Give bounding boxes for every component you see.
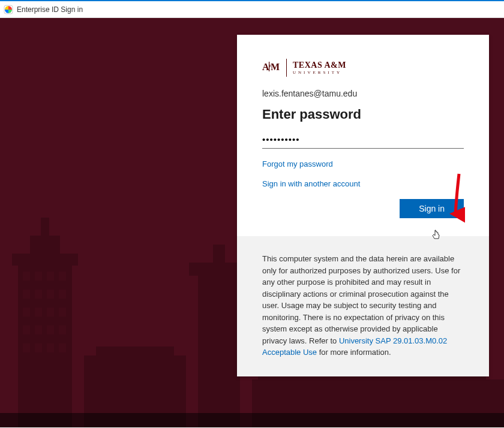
svg-rect-24: [47, 308, 54, 317]
svg-rect-23: [35, 308, 42, 317]
signin-button[interactable]: Sign in: [400, 199, 464, 218]
svg-rect-32: [47, 343, 54, 352]
svg-rect-19: [35, 290, 42, 299]
svg-rect-6: [96, 346, 174, 358]
svg-text:M: M: [271, 62, 280, 72]
forgot-password-link[interactable]: Forgot my password: [262, 159, 464, 168]
svg-rect-31: [35, 343, 42, 352]
logo-mark: A M T: [262, 60, 280, 76]
title-bar: Enterprise ID Sign in: [0, 1, 504, 18]
logo-text-main: TEXAS A&M: [293, 61, 346, 70]
svg-rect-26: [23, 325, 30, 334]
svg-rect-7: [198, 272, 240, 427]
svg-rect-30: [23, 343, 30, 352]
svg-rect-21: [59, 290, 66, 299]
svg-rect-33: [59, 343, 66, 352]
svg-rect-28: [47, 325, 54, 334]
logo-text: TEXAS A&M UNIVERSITY: [293, 61, 346, 75]
disclaimer-after: for more information.: [317, 348, 391, 357]
other-account-link[interactable]: Sign in with another account: [262, 179, 464, 188]
svg-rect-22: [23, 308, 30, 317]
disclaimer-before: This computer system and the data herein…: [262, 254, 460, 345]
svg-rect-9: [213, 245, 225, 266]
card-footer: This computer system and the data herein…: [237, 236, 489, 376]
window-title: Enterprise ID Sign in: [17, 5, 83, 14]
background: A M T TEXAS A&M UNIVERSITY lexis.fentane…: [0, 18, 504, 427]
svg-rect-25: [59, 308, 66, 317]
email-display: lexis.fentanes@tamu.edu: [262, 89, 464, 98]
institution-logo: A M T TEXAS A&M UNIVERSITY: [262, 59, 464, 77]
svg-rect-16: [47, 272, 54, 281]
svg-rect-15: [35, 272, 42, 281]
disclaimer-text: This computer system and the data herein…: [262, 253, 464, 358]
card-main: A M T TEXAS A&M UNIVERSITY lexis.fentane…: [237, 35, 489, 236]
svg-rect-17: [59, 272, 66, 281]
svg-rect-18: [23, 290, 30, 299]
svg-rect-27: [35, 325, 42, 334]
logo-text-sub: UNIVERSITY: [293, 71, 346, 75]
bottom-strip: [0, 413, 504, 427]
svg-rect-29: [59, 325, 66, 334]
links-section: Forgot my password Sign in with another …: [262, 159, 464, 188]
svg-rect-14: [23, 272, 30, 281]
password-input[interactable]: [262, 131, 464, 149]
page-heading: Enter password: [262, 107, 464, 122]
svg-rect-20: [47, 290, 54, 299]
button-row: Sign in: [262, 199, 464, 218]
svg-rect-3: [30, 236, 60, 260]
logo-divider: [286, 59, 287, 77]
svg-rect-4: [41, 218, 49, 239]
app-icon: [4, 5, 13, 14]
login-card: A M T TEXAS A&M UNIVERSITY lexis.fentane…: [237, 35, 489, 376]
